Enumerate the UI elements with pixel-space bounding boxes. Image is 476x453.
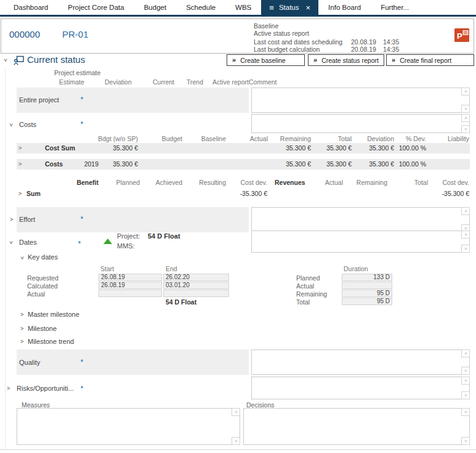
- section-title: Current status: [27, 54, 85, 65]
- tab-wbs[interactable]: WBS: [225, 0, 261, 15]
- tab-budget[interactable]: Budget: [134, 0, 176, 15]
- create-status-report-button[interactable]: » Create status report: [308, 54, 384, 66]
- panel-bottom-edge: [0, 449, 476, 450]
- cost-sum-label: Cost Sum: [45, 144, 75, 152]
- col-active-report: Active report: [212, 78, 249, 86]
- project-estimate-label: Project estimate: [54, 69, 100, 76]
- calculated-end-field[interactable]: 03.01.20: [163, 282, 229, 289]
- scroll-arrow-glyph: >: [464, 90, 468, 92]
- create-baseline-label: Create baseline: [240, 57, 286, 64]
- collapse-key-dates-icon[interactable]: >: [19, 256, 25, 259]
- col-achieved: Achieved: [139, 179, 182, 186]
- trend-up-icon: [103, 239, 112, 244]
- row-dates-label: Dates: [19, 239, 37, 246]
- tab-further[interactable]: Further...: [371, 0, 419, 15]
- create-final-report-button[interactable]: » Create final report: [386, 54, 474, 66]
- calculated-label: Calculated: [27, 282, 58, 290]
- scroll-arrow-glyph: >: [464, 394, 468, 396]
- comment-effort[interactable]: > >: [251, 207, 470, 232]
- duration-remaining-field[interactable]: 95 D: [342, 290, 392, 297]
- double-arrow-icon: »: [313, 57, 317, 63]
- tab-status[interactable]: ≡ Status ×: [261, 0, 318, 15]
- requested-start-field[interactable]: 26.08.19: [99, 274, 162, 281]
- collapse-current-status-icon[interactable]: >: [2, 59, 8, 62]
- scroll-up-icon[interactable]: >: [461, 377, 470, 385]
- scroll-down-icon[interactable]: >: [461, 125, 470, 133]
- close-tab-icon[interactable]: ×: [306, 4, 311, 12]
- scroll-arrow-glyph: >: [464, 379, 468, 382]
- expand-effort-icon[interactable]: >: [10, 217, 13, 222]
- expand-milestone-icon[interactable]: >: [20, 326, 23, 332]
- duration-total-field[interactable]: 95 D: [342, 298, 392, 305]
- measures-textarea[interactable]: > >: [17, 408, 240, 445]
- col-rev-actual: Actual: [300, 179, 343, 186]
- decisions-textarea[interactable]: > >: [243, 408, 470, 445]
- costs-total: 35.300 €: [309, 160, 352, 168]
- scroll-down-icon[interactable]: >: [461, 105, 470, 113]
- row-risks-label: Risks/Opportuniti...: [17, 385, 74, 392]
- scroll-down-icon[interactable]: >: [461, 367, 470, 375]
- project-code[interactable]: PR-01: [62, 29, 89, 39]
- calculated-start-field[interactable]: 26.08.19: [99, 282, 162, 289]
- scroll-up-icon[interactable]: >: [461, 349, 470, 357]
- tab-status-label: Status: [279, 4, 299, 11]
- expand-master-milestone-icon[interactable]: >: [20, 312, 23, 317]
- scroll-arrow-glyph: >: [464, 227, 468, 229]
- scroll-up-icon[interactable]: >: [461, 231, 470, 239]
- estimate-marker-icon: *: [78, 241, 81, 247]
- row-quality-label: Quality: [19, 359, 40, 366]
- create-baseline-button[interactable]: » Create baseline: [227, 54, 305, 66]
- collapse-costs-icon[interactable]: >: [8, 123, 14, 126]
- collapse-dates-icon[interactable]: >: [8, 241, 14, 244]
- scroll-up-icon[interactable]: >: [461, 114, 470, 122]
- cost-sum-pdev: 100.00 %: [383, 144, 426, 152]
- costs-bdgt: 35.300 €: [89, 160, 138, 168]
- comment-costs[interactable]: > >: [251, 114, 470, 133]
- dates-mms-label: MMS:: [117, 242, 135, 250]
- expand-costs-year-icon[interactable]: >: [18, 161, 22, 167]
- duration-actual-field[interactable]: [342, 282, 392, 289]
- scroll-down-icon[interactable]: >: [461, 391, 470, 399]
- cost-sum-remaining: 35.300 €: [268, 144, 311, 152]
- scroll-up-icon[interactable]: >: [232, 408, 240, 416]
- active-status-report-label: Active status report: [254, 30, 309, 37]
- expand-cost-sum-icon[interactable]: >: [18, 145, 22, 151]
- comment-dates[interactable]: > >: [251, 231, 470, 253]
- tab-dashboard[interactable]: Dashboard: [4, 0, 58, 15]
- comment-entire-project[interactable]: > >: [251, 88, 470, 113]
- scroll-down-icon[interactable]: >: [232, 437, 240, 445]
- project-number[interactable]: 000000: [9, 29, 40, 39]
- milestone-trend-label: Milestone trend: [28, 338, 74, 345]
- duration-planned-field[interactable]: 133 D: [342, 274, 392, 281]
- scroll-down-icon[interactable]: >: [461, 245, 470, 253]
- powerpoint-export-icon[interactable]: P: [454, 27, 470, 44]
- status-page: Dashboard Project Core Data Budget Sched…: [0, 0, 476, 453]
- requested-label: Requested: [27, 274, 58, 282]
- duration-remaining-label: Remaining: [296, 290, 327, 298]
- comment-quality[interactable]: > >: [251, 349, 470, 375]
- key-dates-label: Key dates: [28, 253, 58, 261]
- requested-end-field[interactable]: 26.02.20: [163, 274, 229, 281]
- benefit-cost-dev-value: -35.300 €: [224, 190, 267, 197]
- tab-schedule[interactable]: Schedule: [176, 0, 225, 15]
- actual-end-field[interactable]: [163, 290, 229, 297]
- comment-risks[interactable]: > >: [251, 377, 470, 399]
- tab-project-core-data[interactable]: Project Core Data: [58, 0, 134, 15]
- dates-project-float: 54 D Float: [148, 232, 180, 240]
- expand-milestone-trend-icon[interactable]: >: [20, 339, 23, 345]
- expand-risks-icon[interactable]: >: [7, 386, 10, 391]
- scroll-up-icon[interactable]: >: [461, 408, 470, 416]
- cost-sum-total: 35.300 €: [309, 144, 352, 152]
- menu-icon[interactable]: ≡: [269, 4, 274, 12]
- col-end: End: [166, 265, 177, 272]
- scroll-up-icon[interactable]: >: [461, 207, 470, 215]
- costs-year-label: Costs: [45, 160, 63, 168]
- tab-info-board[interactable]: Info Board: [318, 0, 371, 15]
- expand-sum-icon[interactable]: >: [18, 191, 22, 197]
- effort-band: [17, 207, 249, 232]
- actual-label: Actual: [27, 290, 45, 298]
- scroll-up-icon[interactable]: >: [461, 88, 470, 96]
- col-actual: Actual: [225, 135, 268, 142]
- actual-start-field[interactable]: [99, 290, 162, 297]
- scroll-down-icon[interactable]: >: [461, 437, 470, 445]
